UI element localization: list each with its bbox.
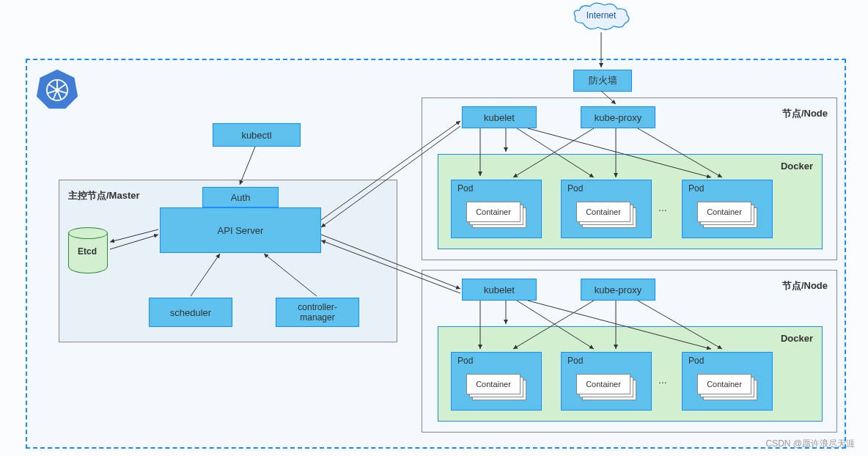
api-server-label: API Server xyxy=(218,225,264,236)
internet-label: Internet xyxy=(568,10,634,21)
etcd-cylinder: Etcd xyxy=(68,227,106,275)
firewall-label: 防火墙 xyxy=(589,74,617,87)
controller-manager-box: controller- manager xyxy=(276,298,359,327)
node-1-docker-label: Docker xyxy=(781,161,813,172)
node-1-dots: ··· xyxy=(658,204,667,216)
watermark: CSDN @愿许浪尽天涯 xyxy=(765,438,855,450)
api-server-box: API Server xyxy=(160,207,321,253)
node-2-kubelet-label: kubelet xyxy=(484,284,515,295)
controller-manager-label: controller- manager xyxy=(298,302,336,323)
node-1-kubelet: kubelet xyxy=(462,106,537,128)
node-1-kube-proxy-label: kube-proxy xyxy=(595,112,641,123)
node-2-kube-proxy: kube-proxy xyxy=(581,279,655,301)
node-2-docker-label: Docker xyxy=(781,333,813,344)
scheduler-label: scheduler xyxy=(170,307,211,318)
node-2-kubelet: kubelet xyxy=(462,279,537,301)
node-1-title: 节点/Node xyxy=(782,107,828,120)
etcd-label: Etcd xyxy=(68,246,106,257)
node-2-title: 节点/Node xyxy=(782,279,828,293)
kubernetes-architecture-diagram: Internet 防火墙 kubectl 主控节点/Master Etcd Au… xyxy=(0,0,868,456)
node-1-kubelet-label: kubelet xyxy=(484,112,515,123)
kubectl-label: kubectl xyxy=(241,130,271,141)
node-2-kube-proxy-label: kube-proxy xyxy=(595,284,641,295)
firewall-box: 防火墙 xyxy=(573,70,632,92)
scheduler-box: scheduler xyxy=(149,298,232,327)
kubectl-box: kubectl xyxy=(213,123,301,147)
node-2-dots: ··· xyxy=(658,376,667,388)
node-1-kube-proxy: kube-proxy xyxy=(581,106,655,128)
master-title: 主控节点/Master xyxy=(68,189,140,202)
auth-box: Auth xyxy=(202,187,279,207)
internet-cloud: Internet xyxy=(568,1,634,32)
auth-label: Auth xyxy=(231,192,251,203)
